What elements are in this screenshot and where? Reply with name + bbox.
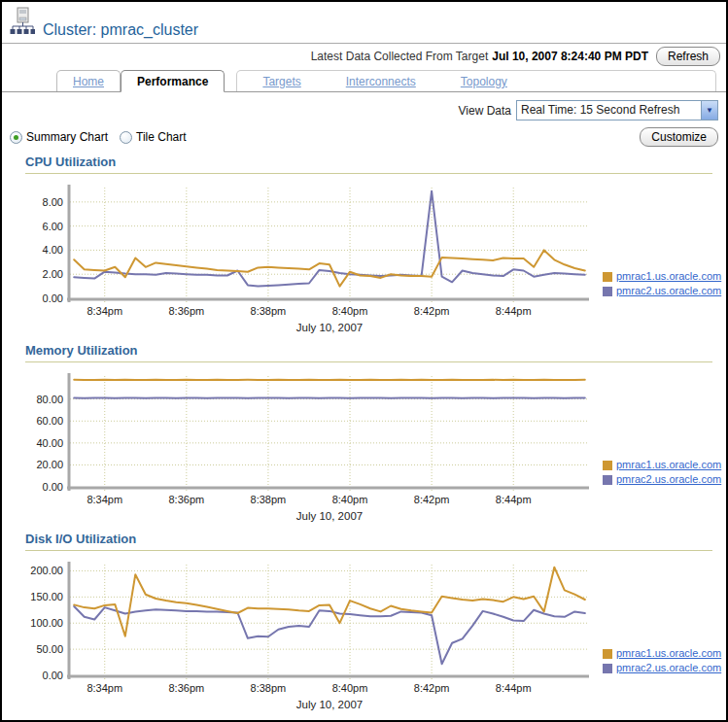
series2-swatch-icon [603,475,612,485]
memory-utilization-section: Memory Utilization 8:34pm8:36pm8:38pm8:4… [8,343,720,526]
svg-text:8.00: 8.00 [43,196,63,208]
svg-text:50.00: 50.00 [36,643,63,655]
radio-tile-chart-icon[interactable] [120,131,132,144]
series1-swatch-icon [603,461,612,470]
disk-chart-legend: pmrac1.us.oracle.com pmrac2.us.oracle.co… [603,646,721,675]
svg-text:150.00: 150.00 [30,591,63,602]
svg-text:8:42pm: 8:42pm [414,305,450,317]
legend-link-pmrac2[interactable]: pmrac2.us.oracle.com [616,661,721,675]
title-bar: Cluster: pmrac_cluster [2,2,726,44]
svg-text:8:44pm: 8:44pm [496,305,532,317]
chart-mode-row: Summary Chart Tile Chart Customize [2,122,726,149]
page-title: Cluster: pmrac_cluster [43,21,198,40]
svg-text:0.00: 0.00 [43,481,63,493]
svg-text:July 10, 2007: July 10, 2007 [296,699,363,710]
dropdown-arrow-icon[interactable]: ▼ [701,101,717,120]
disk-section-title: Disk I/O Utilization [25,532,712,551]
cluster-performance-page: Cluster: pmrac_cluster Latest Data Colle… [0,0,728,722]
series2-swatch-icon [603,664,612,673]
svg-text:8:42pm: 8:42pm [414,682,450,694]
view-data-row: View Data Real Time: 15 Second Refresh ▼ [2,92,726,122]
svg-text:0.00: 0.00 [43,292,63,304]
view-data-selected-value: Real Time: 15 Second Refresh [517,101,701,120]
svg-text:80.00: 80.00 [36,394,63,405]
legend-link-pmrac1[interactable]: pmrac1.us.oracle.com [616,458,721,472]
view-data-label: View Data [459,104,511,118]
tab-home-link[interactable]: Home [73,75,104,88]
svg-text:0.00: 0.00 [43,670,63,681]
customize-button[interactable]: Customize [640,127,718,147]
memory-section-title: Memory Utilization [25,343,712,362]
svg-text:8:34pm: 8:34pm [87,494,122,505]
svg-text:8:44pm: 8:44pm [496,494,532,505]
disk-io-utilization-section: Disk I/O Utilization 8:34pm8:36pm8:38pm8… [8,532,720,714]
svg-text:60.00: 60.00 [36,415,63,427]
tab-home[interactable]: Home [56,70,121,91]
svg-text:8:40pm: 8:40pm [332,305,368,317]
svg-text:8:38pm: 8:38pm [251,494,287,505]
latest-data-label: Latest Data Collected From Target [311,50,489,63]
svg-text:100.00: 100.00 [30,617,63,629]
latest-data-timestamp: Jul 10, 2007 8:24:40 PM PDT [492,50,648,63]
svg-text:6.00: 6.00 [43,221,63,232]
tab-targets[interactable]: Targets [262,75,300,88]
svg-text:200.00: 200.00 [30,565,63,576]
legend-link-pmrac2[interactable]: pmrac2.us.oracle.com [616,472,721,487]
svg-text:8:36pm: 8:36pm [168,682,204,694]
legend-entry: pmrac2.us.oracle.com [603,284,721,298]
cpu-utilization-section: CPU Utilization 8:34pm8:36pm8:38pm8:40pm… [8,155,720,337]
disk-io-utilization-chart: 8:34pm8:36pm8:38pm8:40pm8:42pm8:44pm0.00… [8,559,601,714]
svg-text:8:38pm: 8:38pm [251,305,287,317]
radio-tile-chart-label: Tile Chart [136,130,187,144]
svg-text:8:40pm: 8:40pm [332,494,368,505]
svg-text:8:44pm: 8:44pm [496,682,532,694]
series1-swatch-icon [603,272,612,282]
legend-entry: pmrac1.us.oracle.com [603,646,721,661]
legend-link-pmrac2[interactable]: pmrac2.us.oracle.com [616,284,721,298]
legend-entry: pmrac1.us.oracle.com [603,269,721,284]
svg-text:8:34pm: 8:34pm [87,682,122,694]
legend-entry: pmrac1.us.oracle.com [603,458,721,472]
svg-text:40.00: 40.00 [36,437,63,449]
legend-link-pmrac1[interactable]: pmrac1.us.oracle.com [616,646,721,661]
cpu-chart-legend: pmrac1.us.oracle.com pmrac2.us.oracle.co… [603,269,721,298]
cpu-utilization-chart: 8:34pm8:36pm8:38pm8:40pm8:42pm8:44pm0.00… [8,182,601,337]
radio-summary-chart-icon[interactable] [10,131,22,144]
radio-summary-chart[interactable]: Summary Chart [10,130,108,144]
view-data-select[interactable]: Real Time: 15 Second Refresh ▼ [516,100,718,120]
radio-tile-chart[interactable]: Tile Chart [120,130,187,144]
legend-link-pmrac1[interactable]: pmrac1.us.oracle.com [616,269,721,284]
svg-text:8:36pm: 8:36pm [168,305,204,317]
legend-entry: pmrac2.us.oracle.com [603,472,721,487]
cpu-section-title: CPU Utilization [25,155,712,174]
chart-mode-radios: Summary Chart Tile Chart [10,130,187,144]
tab-bar: Home Performance Targets Interconnects T… [2,68,726,92]
svg-text:July 10, 2007: July 10, 2007 [296,322,363,333]
series1-swatch-icon [603,649,612,659]
legend-entry: pmrac2.us.oracle.com [603,661,721,675]
refresh-button[interactable]: Refresh [656,47,720,66]
radio-summary-chart-label: Summary Chart [26,130,108,144]
svg-text:8:40pm: 8:40pm [332,682,368,694]
svg-text:8:34pm: 8:34pm [87,305,122,317]
svg-text:July 10, 2007: July 10, 2007 [296,510,363,522]
memory-chart-legend: pmrac1.us.oracle.com pmrac2.us.oracle.co… [603,458,721,487]
svg-text:8:38pm: 8:38pm [251,682,287,694]
latest-data-row: Latest Data Collected From Target Jul 10… [2,44,726,68]
tab-interconnects[interactable]: Interconnects [346,75,416,88]
series2-swatch-icon [603,287,612,296]
svg-text:8:42pm: 8:42pm [414,494,450,505]
tab-topology[interactable]: Topology [461,75,507,88]
svg-text:8:36pm: 8:36pm [168,494,204,505]
svg-text:20.00: 20.00 [36,459,63,470]
svg-text:2.00: 2.00 [43,268,63,280]
svg-text:4.00: 4.00 [43,244,63,256]
memory-utilization-chart: 8:34pm8:36pm8:38pm8:40pm8:42pm8:44pm0.00… [8,370,601,526]
tab-performance[interactable]: Performance [121,70,225,92]
tab-group: Targets Interconnects Topology [236,70,716,91]
cluster-icon [10,7,35,40]
